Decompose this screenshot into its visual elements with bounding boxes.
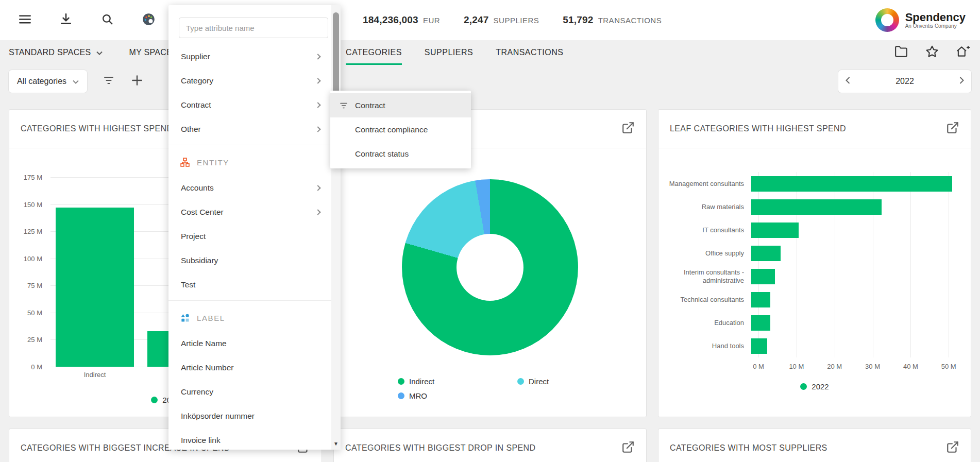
kpi-transactions: 51,792 TRANSACTIONS <box>563 14 662 26</box>
tab-categories[interactable]: CATEGORIES <box>346 40 402 65</box>
leaf-body: Management consultantsRaw materialsIT co… <box>658 172 971 357</box>
legend-label: Direct <box>529 377 549 386</box>
donut-ring <box>402 179 578 355</box>
year-selector: 2022 <box>838 70 971 93</box>
favorite-button[interactable] <box>924 44 940 61</box>
attribute-item-label: Invoice link <box>181 436 221 445</box>
bar-hand-tools[interactable] <box>751 338 767 354</box>
attribute-item-label: Contract <box>181 100 211 110</box>
attribute-item-contract[interactable]: Contract <box>168 93 331 117</box>
attribute-item-ink-psorder-nummer[interactable]: Inköpsorder nummer <box>168 404 331 428</box>
kpi-value: 2,247 <box>464 14 489 26</box>
theme-button[interactable] <box>138 10 159 30</box>
bar-management-consultants[interactable] <box>751 176 952 192</box>
attribute-dropdown: SupplierCategoryContractOther ENTITYAcco… <box>168 5 341 450</box>
chart-row: Education <box>658 311 971 334</box>
search-button[interactable] <box>97 10 117 30</box>
attribute-item-category[interactable]: Category <box>168 69 331 93</box>
attribute-item-article-number[interactable]: Article Number <box>168 355 331 380</box>
hierarchy-icon <box>180 157 190 167</box>
open-in-new-button[interactable] <box>621 121 635 136</box>
kpi-total-spend: 184,236,003 EUR <box>363 14 440 26</box>
bar-track <box>751 199 956 215</box>
legend-dot <box>398 378 404 385</box>
bar-raw-materials[interactable] <box>751 199 882 215</box>
chevron-down-icon <box>96 48 103 57</box>
standard-spaces-menu[interactable]: STANDARD SPACES <box>9 40 103 65</box>
open-in-new-button[interactable] <box>621 440 635 456</box>
attribute-item-test[interactable]: Test <box>168 272 331 297</box>
menu-button[interactable] <box>14 10 35 30</box>
y-axis-tick: 25 M <box>27 336 42 344</box>
attribute-item-subsidiary[interactable]: Subsidiary <box>168 248 331 272</box>
add-filter-button[interactable] <box>130 74 144 89</box>
attribute-item-supplier[interactable]: Supplier <box>168 44 331 69</box>
chart-legend: 2022 <box>658 382 971 391</box>
attribute-item-project[interactable]: Project <box>168 224 331 248</box>
submenu-item-contract[interactable]: Contract <box>330 93 471 117</box>
tab-suppliers[interactable]: SUPPLIERS <box>425 40 473 65</box>
previous-year-button[interactable] <box>846 77 850 86</box>
palette-icon <box>142 12 156 28</box>
legend-label: 2022 <box>812 382 829 391</box>
attribute-item-cost-center[interactable]: Cost Center <box>168 200 331 224</box>
kpi-label: SUPPLIERS <box>494 16 539 25</box>
bar-office-supply[interactable] <box>751 246 781 261</box>
chevron-left-icon <box>846 77 850 86</box>
home-plus-icon <box>956 45 970 60</box>
attribute-search-input[interactable] <box>179 18 328 38</box>
brand-logo: Spendency An Onventis Company <box>875 8 966 32</box>
card-title: CATEGORIES WITH HIGHEST SPEND <box>21 124 173 133</box>
submenu-item-contract-compliance[interactable]: Contract compliance <box>330 117 471 142</box>
attribute-item-invoice-link[interactable]: Invoice link <box>168 428 331 450</box>
kpi-suppliers: 2,247 SUPPLIERS <box>464 14 539 26</box>
chart-row: Hand tools <box>658 334 971 357</box>
star-icon <box>925 45 939 60</box>
x-axis-label: Indirect <box>56 371 134 379</box>
tab-transactions[interactable]: TRANSACTIONS <box>496 40 563 65</box>
external-link-icon <box>621 121 635 136</box>
bar-interim-consultants-administrative[interactable] <box>751 269 775 284</box>
chevron-right-icon <box>315 209 320 215</box>
y-axis-tick: 50 M <box>27 309 42 316</box>
donut-legend: IndirectDirectMRO <box>398 377 549 400</box>
open-in-new-button[interactable] <box>946 121 959 136</box>
section-title: ENTITY <box>197 158 229 167</box>
topbar: 184,236,003 EUR 2,247 SUPPLIERS 51,792 T… <box>0 0 980 40</box>
main-tabs: CATEGORIES SUPPLIERS TRANSACTIONS <box>346 40 586 65</box>
filter-icon <box>103 74 115 89</box>
chart-row: Office supply <box>658 242 971 265</box>
folder-button[interactable] <box>893 44 909 61</box>
submenu-item-contract-status[interactable]: Contract status <box>330 142 471 166</box>
card-title: CATEGORIES WITH BIGGEST DROP IN SPEND <box>345 443 536 453</box>
attribute-item-other[interactable]: Other <box>168 117 331 141</box>
next-year-button[interactable] <box>959 77 964 86</box>
bar-indirect[interactable] <box>56 208 134 367</box>
category-label: Raw materials <box>658 203 751 211</box>
attribute-item-accounts[interactable]: Accounts <box>168 176 331 200</box>
bar-track <box>751 292 956 307</box>
category-filter-select[interactable]: All categories <box>9 70 87 93</box>
y-axis-tick: 100 M <box>24 254 42 262</box>
brand-ring-icon <box>875 8 899 32</box>
bar-education[interactable] <box>751 315 770 331</box>
bar-it-consultants[interactable] <box>751 223 799 238</box>
legend-item-direct: Direct <box>517 377 549 386</box>
bar-track <box>751 176 956 192</box>
bar-track <box>751 338 956 354</box>
chevron-right-icon <box>315 126 320 132</box>
filter-button[interactable] <box>103 74 115 89</box>
legend-label: MRO <box>409 391 427 400</box>
attribute-item-label: Article Name <box>181 339 227 348</box>
attribute-item-article-name[interactable]: Article Name <box>168 331 331 355</box>
scrollbar-track[interactable]: ▼ <box>331 5 341 450</box>
download-button[interactable] <box>56 10 76 30</box>
category-filter-value: All categories <box>17 77 66 86</box>
open-in-new-button[interactable] <box>946 440 959 456</box>
x-axis-tick: 20 M <box>827 363 842 370</box>
add-dashboard-button[interactable] <box>955 44 971 61</box>
scroll-down-arrow-icon[interactable]: ▼ <box>331 441 341 447</box>
chart-row: Raw materials <box>658 195 971 218</box>
attribute-item-currency[interactable]: Currency <box>168 380 331 404</box>
bar-technical-consultants[interactable] <box>751 292 770 307</box>
